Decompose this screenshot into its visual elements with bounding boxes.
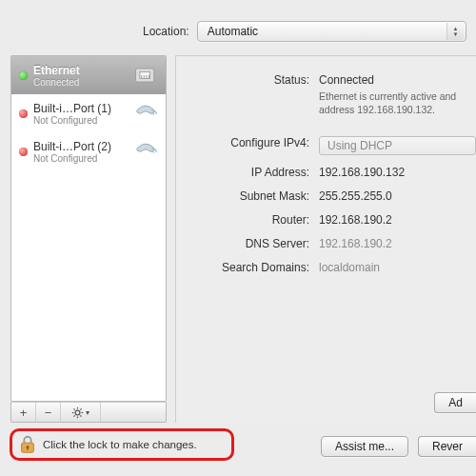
status-dot-red-icon [19,148,28,156]
assist-me-button[interactable]: Assist me... [321,436,408,457]
service-name: Built-i…Port (2) [33,140,128,153]
search-value: localdomain [319,261,468,274]
configure-ipv4-popup[interactable]: Using DHCP [319,136,476,155]
search-key: Search Domains: [176,261,319,274]
svg-line-12 [80,415,81,416]
ip-key: IP Address: [176,166,319,179]
svg-line-11 [73,408,74,409]
services-sidebar: Ethernet Connected Built-i…Port (1) Not … [10,55,167,402]
revert-button[interactable]: Rever [418,436,476,457]
status-dot-green-icon [19,71,28,80]
subnet-value: 255.255.255.0 [319,189,468,203]
service-name: Ethernet [33,64,128,77]
phone-icon [131,139,160,164]
router-value: 192.168.190.2 [319,213,468,227]
ethernet-icon [131,63,160,88]
lock-area[interactable]: Click the lock to make changes. [10,428,234,461]
dns-key: DNS Server: [176,237,319,250]
location-popup[interactable]: Automatic [197,21,466,42]
advanced-button[interactable]: Ad [434,392,476,413]
updown-arrows-icon [446,23,464,40]
phone-icon [131,101,160,126]
sidebar-item-ethernet[interactable]: Ethernet Connected [11,56,166,94]
status-dot-red-icon [19,109,28,118]
detail-panel: Status: Connected Ethernet is currently … [175,55,476,423]
service-state: Not Configured [33,115,128,126]
sidebar-footer: + − [10,402,167,423]
dns-value: 192.168.190.2 [319,237,468,250]
status-key: Status: [176,73,319,116]
configure-value: Using DHCP [327,139,392,152]
service-name: Built-i…Port (1) [33,102,128,115]
svg-line-14 [80,408,81,409]
lock-text: Click the lock to make changes. [43,439,197,450]
ip-value: 192.168.190.132 [319,166,468,179]
router-key: Router: [176,213,319,227]
service-actions-menu[interactable] [61,403,101,422]
svg-rect-17 [27,447,28,450]
configure-key: Configure IPv4: [176,136,319,155]
add-service-button[interactable]: + [11,403,36,422]
status-description: Ethernet is currently active and address… [319,89,468,116]
lock-icon [18,434,37,455]
gear-icon [71,407,84,419]
sidebar-item-serial-2[interactable]: Built-i…Port (2) Not Configured [11,132,166,170]
location-value: Automatic [208,25,258,38]
svg-line-13 [73,415,74,416]
location-label: Location: [143,25,189,38]
service-state: Connected [33,77,128,88]
service-state: Not Configured [33,153,128,164]
svg-point-6 [75,410,80,415]
remove-service-button[interactable]: − [36,403,61,422]
status-value: Connected [319,73,374,87]
sidebar-item-serial-1[interactable]: Built-i…Port (1) Not Configured [11,94,166,132]
subnet-key: Subnet Mask: [176,189,319,203]
